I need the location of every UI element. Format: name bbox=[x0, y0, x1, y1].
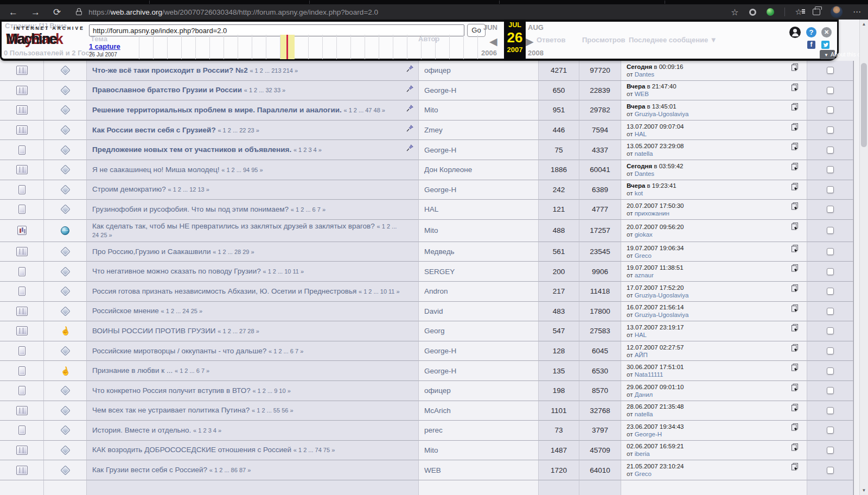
topic-select-checkbox[interactable] bbox=[827, 407, 834, 414]
last-post-icon[interactable] bbox=[790, 142, 799, 151]
topic-author-link[interactable]: HAL bbox=[424, 205, 438, 213]
last-post-user-link[interactable]: kot bbox=[635, 190, 643, 196]
topic-title-link[interactable]: Грузинофобия и русофобия. Что мы под эти… bbox=[92, 205, 289, 213]
twitter-share-icon[interactable] bbox=[821, 41, 829, 49]
topic-title-link[interactable]: Российское мнение bbox=[92, 307, 159, 315]
forward-icon[interactable]: → bbox=[31, 8, 40, 17]
last-post-user-link[interactable]: прихожанин bbox=[635, 210, 669, 217]
capture-timeline[interactable] bbox=[125, 35, 486, 59]
topic-title-link[interactable]: Православное братство Грузии и России bbox=[92, 86, 242, 94]
address-bar[interactable]: https://web.archive.org/web/200707260303… bbox=[88, 8, 378, 16]
topic-title-link[interactable]: Россия готова признать независимость Абх… bbox=[92, 287, 356, 295]
user-account-icon[interactable] bbox=[789, 27, 801, 38]
favorites-bar-icon[interactable]: ☆ bbox=[795, 7, 802, 17]
topic-page-links[interactable]: « 1 2 ... 32 33 » bbox=[244, 87, 285, 93]
topic-author-link[interactable]: Andron bbox=[424, 287, 448, 295]
topic-select-checkbox[interactable] bbox=[827, 166, 834, 173]
last-post-user-link[interactable]: natella bbox=[635, 150, 653, 157]
topic-select-checkbox[interactable] bbox=[827, 87, 834, 94]
topic-title-link[interactable]: Про Россию,Грузию и Саакашвили bbox=[92, 248, 210, 256]
topic-page-links[interactable]: « 1 2 ... 6 7 » bbox=[269, 348, 303, 354]
last-post-icon[interactable] bbox=[790, 363, 799, 372]
last-post-user-link[interactable]: АЙП bbox=[635, 352, 648, 358]
last-post-user-link[interactable]: iberia bbox=[635, 450, 650, 457]
last-post-user-link[interactable]: Данил bbox=[635, 391, 653, 398]
captures-count-link[interactable]: 1 capture bbox=[89, 42, 120, 50]
last-post-user-link[interactable]: Greco bbox=[635, 471, 652, 477]
scroll-up-icon[interactable]: ▲ bbox=[860, 22, 868, 27]
last-post-user-link[interactable]: Gruziya-Ugoslaviya bbox=[635, 111, 689, 117]
refresh-icon[interactable]: ⟳ bbox=[53, 8, 61, 17]
topic-select-checkbox[interactable] bbox=[827, 67, 834, 74]
topic-author-link[interactable]: Georg bbox=[424, 327, 445, 335]
topic-select-checkbox[interactable] bbox=[827, 106, 834, 113]
last-post-user-link[interactable]: HAL bbox=[635, 332, 647, 338]
topic-select-checkbox[interactable] bbox=[827, 227, 834, 234]
last-post-icon[interactable] bbox=[790, 423, 799, 431]
topic-author-link[interactable]: George-H bbox=[424, 347, 456, 355]
topic-author-link[interactable]: McArich bbox=[424, 407, 451, 415]
last-post-icon[interactable] bbox=[790, 162, 799, 171]
topic-author-link[interactable]: Дон Корлеоне bbox=[424, 166, 472, 174]
topic-title-link[interactable]: Предложение новых тем от участников и об… bbox=[92, 145, 291, 154]
topic-author-link[interactable]: George-H bbox=[424, 146, 456, 154]
topic-author-link[interactable]: SERGEY bbox=[424, 268, 455, 276]
topic-title-link[interactable]: Как Грузии вести себя с Россией? bbox=[92, 466, 207, 474]
help-icon[interactable]: ? bbox=[806, 27, 816, 37]
topic-select-checkbox[interactable] bbox=[827, 447, 834, 454]
facebook-share-icon[interactable]: f bbox=[807, 41, 815, 49]
last-post-icon[interactable] bbox=[790, 304, 799, 313]
topic-page-links[interactable]: « 1 2 ... 10 11 » bbox=[359, 288, 400, 295]
last-post-user-link[interactable]: George-H bbox=[635, 431, 662, 437]
topic-author-link[interactable]: офицер bbox=[424, 66, 451, 74]
last-post-user-link[interactable]: HAL bbox=[635, 131, 647, 137]
last-post-user-link[interactable]: Dantes bbox=[635, 71, 654, 78]
topic-page-links[interactable]: « 1 2 ... 213 214 » bbox=[250, 67, 298, 74]
topic-author-link[interactable]: George-H bbox=[424, 86, 456, 94]
last-post-user-link[interactable]: WEB bbox=[635, 91, 649, 97]
extension-green-orb-icon[interactable] bbox=[767, 8, 774, 16]
topic-select-checkbox[interactable] bbox=[827, 347, 834, 354]
last-post-icon[interactable] bbox=[790, 443, 799, 452]
topic-page-links[interactable]: « 1 2 ... 74 75 » bbox=[293, 447, 335, 453]
back-icon[interactable]: ← bbox=[9, 8, 18, 17]
topic-page-links[interactable]: « 1 2 ... 6 7 » bbox=[175, 367, 209, 374]
topic-author-link[interactable]: офицер bbox=[424, 386, 451, 395]
topic-author-link[interactable]: Медведь bbox=[424, 248, 455, 256]
last-post-icon[interactable] bbox=[790, 103, 799, 111]
topic-select-checkbox[interactable] bbox=[827, 467, 834, 474]
last-post-user-link[interactable]: Gruziya-Ugoslaviya bbox=[635, 292, 689, 299]
topic-author-link[interactable]: Zmey bbox=[424, 126, 443, 134]
topic-page-links[interactable]: « 1 2 ... 94 95 » bbox=[221, 167, 263, 173]
topic-author-link[interactable]: Mito bbox=[424, 106, 438, 114]
topic-page-links[interactable]: « 1 2 ... 10 11 » bbox=[263, 268, 304, 275]
scroll-down-icon[interactable]: ▼ bbox=[860, 488, 868, 493]
topic-title-link[interactable]: ВОИНЫ РОССИИ ПРОТИВ ГРУЗИИ bbox=[92, 327, 216, 335]
topic-page-links[interactable]: « 1 2 ... 6 7 » bbox=[291, 206, 326, 213]
last-post-icon[interactable] bbox=[790, 403, 799, 412]
next-capture-arrow[interactable]: ▶ bbox=[526, 35, 534, 48]
last-post-icon[interactable] bbox=[790, 344, 799, 352]
topic-title-link[interactable]: Как России вести себя с Грузией? bbox=[92, 126, 216, 134]
topic-author-link[interactable]: perec bbox=[424, 426, 443, 434]
last-post-icon[interactable] bbox=[790, 244, 799, 253]
topic-select-checkbox[interactable] bbox=[827, 147, 834, 154]
last-post-user-link[interactable]: natella bbox=[635, 411, 653, 417]
last-post-icon[interactable] bbox=[790, 182, 799, 191]
last-post-icon[interactable] bbox=[790, 123, 799, 131]
last-post-icon[interactable] bbox=[790, 462, 799, 471]
topic-author-link[interactable]: David bbox=[424, 307, 443, 315]
topic-title-link[interactable]: Как сделать так, чтоб мы НЕ превратились… bbox=[92, 222, 375, 230]
topic-page-links[interactable]: « 1 2 ... 86 87 » bbox=[209, 467, 251, 473]
prev-capture-arrow[interactable]: ◀ bbox=[489, 35, 497, 48]
last-post-user-link[interactable]: Greco bbox=[635, 252, 652, 259]
scrollbar-thumb[interactable] bbox=[861, 63, 867, 147]
topic-select-checkbox[interactable] bbox=[827, 206, 834, 213]
topic-author-link[interactable]: George-H bbox=[424, 367, 456, 375]
profile-avatar[interactable] bbox=[831, 6, 843, 18]
last-post-icon[interactable] bbox=[790, 202, 799, 211]
last-post-icon[interactable] bbox=[790, 264, 799, 272]
topic-page-links[interactable]: « 1 2 ... 28 29 » bbox=[213, 249, 254, 255]
topic-title-link[interactable]: КАК возродить ДОБРОСОСЕДСКИЕ отношения с… bbox=[92, 446, 291, 454]
topic-title-link[interactable]: Я не саакашинец но! Миша молодец! bbox=[92, 166, 219, 174]
